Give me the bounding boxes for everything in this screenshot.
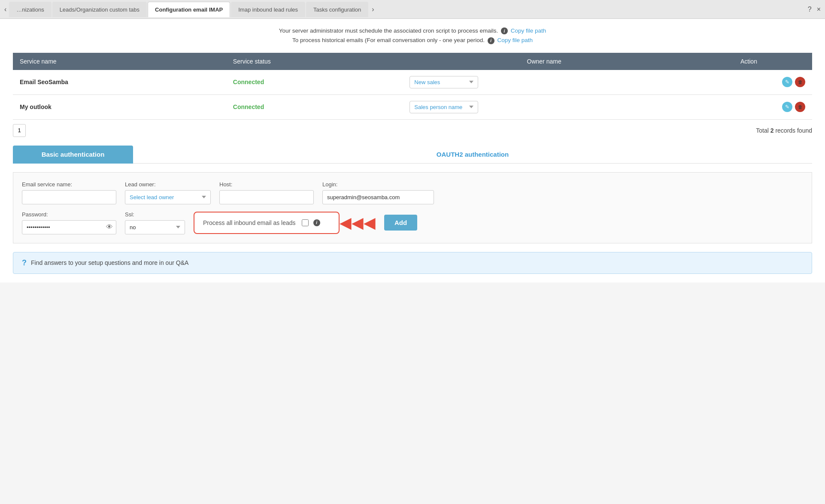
basic-auth-tab[interactable]: Basic authentication xyxy=(13,146,133,164)
email-service-label: Email service name: xyxy=(22,181,116,188)
row1-delete-button[interactable] xyxy=(795,77,805,87)
services-table: Service name Service status Owner name A… xyxy=(13,53,812,120)
tabs-next-button[interactable]: › xyxy=(369,6,376,13)
process-leads-text: Process all inbound email as leads xyxy=(203,219,296,226)
ssl-select[interactable]: no yes xyxy=(125,220,185,234)
info-icon-1: i xyxy=(501,27,508,34)
tab-leads-custom-tabs[interactable]: Leads/Organization custom tabs xyxy=(52,2,147,17)
auth-tabs: Basic authentication OAUTH2 authenticati… xyxy=(13,146,812,164)
help-text: Find answers to your setup questions and… xyxy=(31,259,188,266)
password-input[interactable] xyxy=(22,220,116,234)
help-bar: ? Find answers to your setup questions a… xyxy=(13,252,812,274)
total-records: Total 2 records found xyxy=(756,127,812,134)
row1-owner-name: New sales xyxy=(403,70,685,95)
lead-owner-group: Lead owner: Select lead owner xyxy=(125,181,211,204)
col-service-name: Service name xyxy=(13,53,226,70)
host-input[interactable] xyxy=(219,190,314,204)
tab-config-email-imap[interactable]: Configuration email IMAP xyxy=(148,2,230,17)
copy-file-path-2[interactable]: Copy file path xyxy=(497,37,533,43)
row1-service-status: Connected xyxy=(226,70,403,95)
login-label: Login: xyxy=(322,181,434,188)
row2-owner-name: Sales person name xyxy=(403,94,685,119)
tabs-bar: ‹ …nizations Leads/Organization custom t… xyxy=(0,0,825,19)
copy-file-path-1[interactable]: Copy file path xyxy=(511,27,546,34)
row2-edit-button[interactable] xyxy=(782,102,792,112)
tab-tasks-config[interactable]: Tasks configuration xyxy=(306,2,368,17)
table-row: Email SeoSamba Connected New sales xyxy=(13,70,812,95)
row2-service-name: My outlook xyxy=(13,94,226,119)
oauth-auth-tab[interactable]: OAUTH2 authentication xyxy=(133,146,812,164)
process-leads-box: Process all inbound email as leads i xyxy=(194,212,340,234)
lead-owner-label: Lead owner: xyxy=(125,181,211,188)
password-wrapper: 👁 xyxy=(22,220,116,234)
form-row-1: Email service name: Lead owner: Select l… xyxy=(22,181,803,204)
table-header-row: Service name Service status Owner name A… xyxy=(13,53,812,70)
email-service-input[interactable] xyxy=(22,190,116,204)
row1-owner-select[interactable]: New sales xyxy=(409,76,478,88)
toggle-password-icon[interactable]: 👁 xyxy=(106,223,113,231)
process-leads-arrow-group: Process all inbound email as leads i ◀◀◀ xyxy=(194,212,376,234)
red-arrow-icon: ◀◀◀ xyxy=(340,215,376,231)
info-section: Your server administrator must schedule … xyxy=(13,27,812,44)
info-line1: Your server administrator must schedule … xyxy=(13,27,812,34)
tabs-prev-button[interactable]: ‹ xyxy=(2,6,9,13)
login-input[interactable] xyxy=(322,190,434,204)
row1-edit-button[interactable] xyxy=(782,77,792,87)
col-service-status: Service status xyxy=(226,53,403,70)
row2-actions xyxy=(685,94,812,119)
info-line2: To process historical emails (For email … xyxy=(13,37,812,44)
login-group: Login: xyxy=(322,181,434,204)
pagination-row: 1 Total 2 records found xyxy=(13,124,812,137)
host-group: Host: xyxy=(219,181,314,204)
form-row-2: Password: 👁 Ssl: no yes Process all inbo… xyxy=(22,211,803,234)
table-row: My outlook Connected Sales person name xyxy=(13,94,812,119)
auth-tabs-container: Basic authentication OAUTH2 authenticati… xyxy=(13,146,812,164)
email-service-group: Email service name: xyxy=(22,181,116,204)
auth-form: Email service name: Lead owner: Select l… xyxy=(13,172,812,243)
col-owner-name: Owner name xyxy=(403,53,685,70)
password-label: Password: xyxy=(22,211,116,218)
row1-actions xyxy=(685,70,812,95)
page-1-button[interactable]: 1 xyxy=(13,124,26,137)
main-content: Your server administrator must schedule … xyxy=(0,19,825,282)
tab-imap-lead-rules[interactable]: Imap inbound lead rules xyxy=(231,2,305,17)
row1-service-name: Email SeoSamba xyxy=(13,70,226,95)
process-leads-info-icon: i xyxy=(313,219,320,226)
tab-organizations[interactable]: …nizations xyxy=(9,2,51,17)
info-icon-2: i xyxy=(488,37,494,44)
ssl-group: Ssl: no yes xyxy=(125,211,185,234)
row2-owner-select[interactable]: Sales person name xyxy=(409,101,478,113)
host-label: Host: xyxy=(219,181,314,188)
process-leads-checkbox[interactable] xyxy=(302,219,309,226)
add-button[interactable]: Add xyxy=(384,215,417,231)
ssl-label: Ssl: xyxy=(125,211,185,218)
row2-delete-button[interactable] xyxy=(795,102,805,112)
lead-owner-select[interactable]: Select lead owner xyxy=(125,190,211,204)
row2-service-status: Connected xyxy=(226,94,403,119)
col-action: Action xyxy=(685,53,812,70)
password-group: Password: 👁 xyxy=(22,211,116,234)
tabs-help-button[interactable]: ? xyxy=(805,6,814,13)
help-icon: ? xyxy=(22,258,27,267)
tabs-close-button[interactable]: × xyxy=(814,6,823,13)
